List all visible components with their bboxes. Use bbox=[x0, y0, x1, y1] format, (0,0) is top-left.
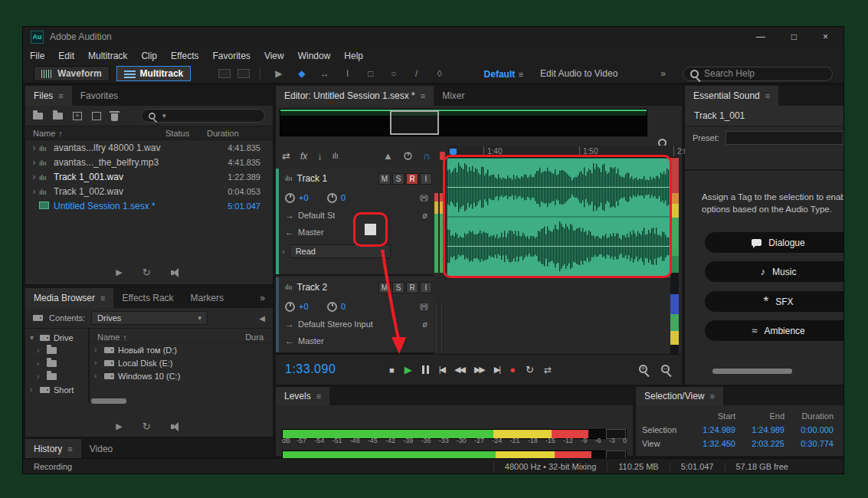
skip-to-start-button[interactable]: |◀ bbox=[439, 365, 444, 375]
workspace-overflow-icon[interactable]: » bbox=[660, 68, 666, 79]
waveform-view-button[interactable]: Waveform bbox=[34, 66, 110, 81]
tab-essential-sound[interactable]: Essential Sound≡ bbox=[685, 86, 778, 106]
monitor-input-button[interactable]: I bbox=[420, 282, 432, 293]
expand-icon[interactable]: › bbox=[29, 186, 39, 197]
expand-icon[interactable]: › bbox=[29, 172, 39, 182]
track-name[interactable]: Track 2 bbox=[297, 282, 374, 293]
horizontal-scrollbar[interactable] bbox=[91, 398, 126, 404]
menu-item-help[interactable]: Help bbox=[337, 47, 370, 64]
tab-markers[interactable]: Markers bbox=[182, 288, 232, 308]
collapse-icon[interactable]: ▾ bbox=[30, 333, 36, 342]
tab-effects-rack[interactable]: Effects Rack bbox=[113, 288, 182, 308]
menu-item-edit[interactable]: Edit bbox=[51, 47, 81, 64]
file-row[interactable]: ›ılıı avantas...lfry 48000 1.wav 4:41.83… bbox=[25, 140, 273, 155]
speaker-icon[interactable] bbox=[171, 268, 182, 277]
column-name[interactable]: Name bbox=[97, 333, 120, 342]
open-file-icon[interactable] bbox=[33, 113, 43, 120]
drive-row[interactable]: ›Новый том (D:) bbox=[90, 343, 273, 356]
dialogue-button[interactable]: Dialogue bbox=[705, 232, 843, 253]
column-status[interactable]: Status bbox=[165, 129, 207, 138]
tab-levels[interactable]: Levels≡ bbox=[276, 387, 329, 405]
file-row[interactable]: ›ılıı avantas..._the_belfry.mp3 4:41.835 bbox=[25, 155, 273, 169]
expand-icon[interactable]: › bbox=[29, 157, 39, 168]
selection-end[interactable]: 1:24.989 bbox=[735, 425, 784, 434]
play-button[interactable]: ▶ bbox=[405, 364, 412, 375]
column-name[interactable]: Name bbox=[33, 129, 55, 138]
pause-button[interactable] bbox=[422, 365, 429, 374]
minimize-icon[interactable]: — bbox=[756, 31, 765, 42]
drive-row[interactable]: ›Local Disk (E:) bbox=[90, 356, 273, 369]
volume-value[interactable]: +0 bbox=[299, 193, 316, 202]
panel-menu-icon[interactable]: ≡ bbox=[58, 91, 63, 100]
tab-history[interactable]: History≡ bbox=[25, 439, 81, 458]
chevron-down-icon[interactable]: ▾ bbox=[162, 112, 166, 120]
track-input[interactable]: Default St bbox=[298, 211, 335, 220]
search-input[interactable] bbox=[704, 68, 825, 79]
time-selection-tool-icon[interactable]: I bbox=[339, 68, 355, 79]
expand-icon[interactable]: › bbox=[94, 359, 100, 367]
expand-icon[interactable]: › bbox=[37, 359, 43, 368]
fx-icon[interactable]: fx bbox=[300, 151, 307, 162]
drive-icon[interactable] bbox=[33, 315, 43, 321]
menu-item-clip[interactable]: Clip bbox=[134, 47, 164, 64]
drive-row[interactable]: ›Windows 10 (C:) bbox=[90, 369, 273, 382]
track-input[interactable]: Default Stereo Input bbox=[298, 319, 373, 329]
close-icon[interactable]: × bbox=[823, 31, 828, 42]
column-duration[interactable]: Duration bbox=[207, 129, 273, 138]
eraser-tool-icon[interactable]: ◊ bbox=[431, 68, 447, 79]
new-item-icon[interactable]: + bbox=[73, 112, 82, 120]
session-overview-strip[interactable] bbox=[280, 109, 647, 136]
play-icon[interactable]: ▶ bbox=[116, 267, 122, 277]
solo-button[interactable]: S bbox=[392, 282, 405, 293]
metronome-icon[interactable]: ▲ bbox=[383, 150, 393, 162]
ambience-button[interactable]: ≈Ambience bbox=[705, 320, 843, 341]
pan-value[interactable]: 0 bbox=[341, 302, 358, 311]
column-duration[interactable]: Dura bbox=[245, 333, 264, 342]
view-start[interactable]: 1:32.450 bbox=[686, 439, 735, 448]
timeline-ruler[interactable]: 1:40 1:50 2:00 bbox=[447, 146, 679, 158]
phase-icon[interactable]: ø bbox=[422, 211, 427, 220]
move-tool-icon[interactable]: ▶ bbox=[270, 68, 287, 79]
batch-process-icon[interactable] bbox=[92, 112, 101, 120]
menu-item-file[interactable]: File bbox=[23, 47, 51, 64]
track-1-audio-clip[interactable] bbox=[447, 158, 670, 277]
music-button[interactable]: ♪Music bbox=[705, 261, 843, 282]
workspace-menu-icon[interactable]: ≡ bbox=[519, 70, 523, 79]
selection-duration[interactable]: 0:00.000 bbox=[784, 425, 834, 434]
tree-item[interactable]: › bbox=[25, 370, 88, 383]
menu-item-multitrack[interactable]: Multitrack bbox=[81, 47, 134, 64]
speaker-icon[interactable] bbox=[171, 422, 182, 431]
expand-icon[interactable]: › bbox=[37, 372, 43, 381]
expand-icon[interactable]: › bbox=[30, 385, 36, 394]
file-row[interactable]: ›ılıı Track 1_001.wav 1:22.389 bbox=[25, 169, 273, 184]
overview-selection-box[interactable] bbox=[390, 110, 439, 135]
selection-start[interactable]: 1:24.989 bbox=[686, 425, 735, 434]
panel-menu-icon[interactable]: ≡ bbox=[100, 293, 105, 303]
solo-button[interactable]: S bbox=[392, 173, 405, 185]
expand-icon[interactable]: › bbox=[29, 143, 39, 153]
loop-playback-button[interactable]: ↻ bbox=[526, 364, 534, 375]
panel-menu-icon[interactable]: ≡ bbox=[67, 444, 72, 454]
headphones-icon[interactable]: ∩ bbox=[423, 150, 430, 162]
swap-channels-icon[interactable]: ⇄ bbox=[282, 150, 290, 162]
view-end[interactable]: 2:03.225 bbox=[735, 439, 784, 448]
file-row-selected[interactable]: Untitled Session 1.sesx * 5:01.047 bbox=[25, 198, 273, 213]
tree-item[interactable]: › bbox=[25, 344, 88, 357]
mute-button[interactable]: M bbox=[378, 282, 391, 293]
horizontal-scrollbar[interactable] bbox=[712, 369, 792, 374]
time-display[interactable]: 1:33.090 bbox=[285, 362, 336, 376]
monitor-input-button[interactable]: I bbox=[420, 173, 432, 185]
tab-mixer[interactable]: Mixer bbox=[434, 86, 473, 106]
play-icon[interactable]: ▶ bbox=[116, 421, 122, 431]
marker-icon[interactable] bbox=[440, 152, 445, 160]
tree-item[interactable]: › bbox=[25, 357, 88, 370]
volume-knob[interactable] bbox=[285, 302, 295, 312]
preset-input[interactable] bbox=[726, 131, 843, 145]
skip-to-end-button[interactable]: ▶| bbox=[494, 365, 500, 375]
tab-overflow-icon[interactable]: » bbox=[260, 293, 273, 303]
tab-media-browser[interactable]: Media Browser≡ bbox=[25, 288, 113, 308]
pan-value[interactable]: 0 bbox=[341, 193, 358, 202]
loop-icon[interactable]: ↻ bbox=[142, 267, 151, 278]
pan-knob[interactable] bbox=[327, 302, 337, 312]
record-button[interactable]: ● bbox=[509, 364, 516, 375]
